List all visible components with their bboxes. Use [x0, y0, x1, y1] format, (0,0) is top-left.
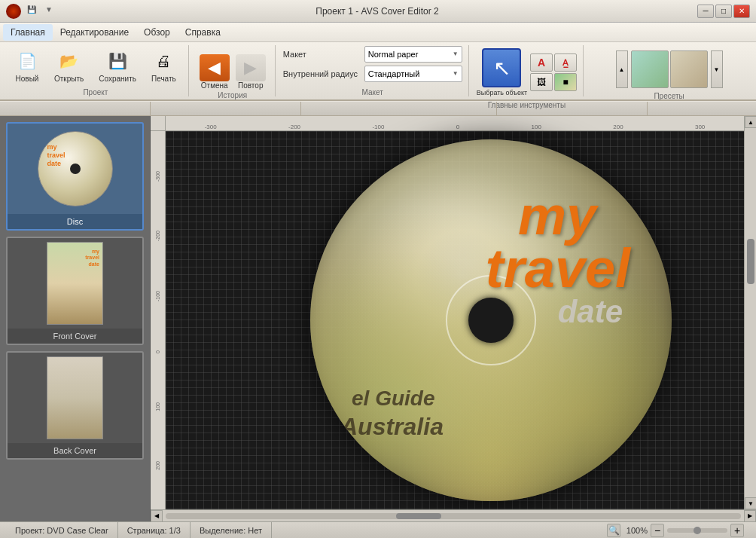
- panel-item-back-cover[interactable]: Back Cover: [6, 351, 144, 460]
- left-panel: mytraveldate Disc mytraveldate Front Cov…: [0, 116, 151, 521]
- image-tool-button2[interactable]: ■: [554, 73, 577, 91]
- quick-save-icon[interactable]: 💾: [27, 5, 39, 17]
- section-label-spacer: [0, 102, 151, 115]
- ruler-mark-0: 0: [456, 124, 459, 130]
- front-cover-thumbnail: mytraveldate: [47, 242, 103, 325]
- zoom-slider-thumb[interactable]: [694, 527, 701, 534]
- scroll-right-arrow[interactable]: ▶: [744, 510, 756, 522]
- save-button[interactable]: 💾 Сохранить: [93, 46, 142, 86]
- ruler-top: -300 -200 -100 0 100 200 300: [166, 116, 744, 131]
- ruler-mark-n200: -200: [288, 124, 300, 130]
- main-tools-buttons: ↖ Выбрать объект A A̲ 🖼 ■: [477, 48, 577, 96]
- small-tools-col: A A̲ 🖼 ■: [530, 53, 577, 91]
- disc-thumb-text: mytraveldate: [47, 143, 66, 167]
- panel-item-front-cover[interactable]: mytraveldate Front Cover: [6, 237, 144, 345]
- maximize-button[interactable]: □: [715, 5, 732, 18]
- menu-item-edit[interactable]: Редактирование: [53, 24, 136, 41]
- panel-item-disc[interactable]: mytraveldate Disc: [6, 122, 144, 231]
- canvas-wrapper: -300 -200 -100 0 100 200 300 -300 -200 -…: [151, 116, 756, 521]
- zoom-plus-button[interactable]: +: [730, 524, 744, 537]
- toolbar-history-section: ◀ ▶ Отмена Повтор История: [191, 45, 276, 96]
- status-project: Проект: DVD Case Clear: [6, 522, 118, 538]
- ruler-mark-200: 200: [613, 124, 623, 130]
- radius-dropdown-arrow: ▼: [453, 70, 459, 77]
- text-tool-button2[interactable]: A̲: [554, 53, 577, 72]
- h-scrollbar-thumb[interactable]: [396, 513, 441, 519]
- image-tool-button[interactable]: 🖼: [530, 73, 553, 91]
- back-cover-thumbnail: [47, 356, 103, 439]
- open-label: Открыть: [54, 75, 84, 83]
- menu-item-review[interactable]: Обзор: [136, 24, 178, 41]
- open-button[interactable]: 📂 Открыть: [48, 46, 90, 86]
- text-tool-button[interactable]: A: [530, 53, 553, 72]
- redo-button[interactable]: ▶: [236, 54, 266, 81]
- redo-label: Повтор: [236, 81, 266, 90]
- v-scrollbar-track: [745, 128, 756, 497]
- zoom-percent: 100%: [623, 526, 648, 535]
- status-zoom-area: 🔍 100% − +: [601, 524, 750, 537]
- menu-bar: Главная Редактирование Обзор Справка: [0, 23, 756, 42]
- save-label: Сохранить: [99, 75, 136, 83]
- section-divider: [0, 101, 756, 116]
- layout-select[interactable]: Normal paper ▼: [364, 46, 462, 63]
- toolbar-main-tools-section: ↖ Выбрать объект A A̲ 🖼 ■ Главные инстру…: [471, 45, 584, 96]
- scroll-up-arrow[interactable]: ▲: [745, 116, 756, 128]
- ruler-left-100: 100: [155, 402, 160, 411]
- horizontal-scrollbar[interactable]: ◀ ▶: [151, 509, 756, 521]
- new-button[interactable]: 📄 Новый: [9, 46, 45, 86]
- project-section-label: Проект: [83, 87, 108, 96]
- radius-select[interactable]: Стандартный ▼: [364, 66, 462, 82]
- toolbar-presets-section: ▲ ▼ Пресеты: [585, 45, 753, 96]
- scroll-down-arrow[interactable]: ▼: [745, 497, 756, 509]
- zoom-minus-button[interactable]: −: [651, 524, 664, 537]
- preset-item-2[interactable]: [670, 50, 708, 88]
- canvas-grid: my travel date el Guide Australia: [166, 131, 744, 509]
- undo-label: Отмена: [200, 81, 230, 90]
- presets-scroll-area: ▲ ▼: [616, 48, 723, 90]
- scroll-left-arrow[interactable]: ◀: [151, 510, 163, 522]
- minimize-button[interactable]: ─: [697, 5, 714, 18]
- ruler-mark-100: 100: [532, 124, 541, 130]
- menu-icon[interactable]: ▼: [45, 5, 57, 17]
- disc-thumbnail: mytraveldate: [38, 131, 113, 206]
- presets-section-label: Пресеты: [654, 90, 684, 100]
- layout-label: Макет: [283, 50, 358, 59]
- text-tools-row: A A̲: [530, 53, 577, 72]
- select-object-button[interactable]: ↖: [482, 48, 521, 87]
- ruler-mark-n300: -300: [205, 124, 217, 130]
- print-button[interactable]: 🖨 Печать: [145, 46, 182, 86]
- image-tools-row: 🖼 ■: [530, 73, 577, 91]
- ruler-left-n200: -200: [155, 231, 160, 241]
- section-label-blank: [151, 102, 301, 115]
- vertical-scrollbar[interactable]: ▲ ▼: [744, 116, 756, 509]
- presets-row1: [631, 50, 708, 88]
- toolbar-maket-section: Макет Normal paper ▼ Внутренний радиус С…: [277, 45, 469, 96]
- open-icon: 📂: [57, 49, 81, 73]
- canvas-area[interactable]: -300 -200 -100 0 100 200 300 -300 -200 -…: [151, 116, 744, 509]
- section-label-maket2: [301, 102, 497, 115]
- print-label: Печать: [151, 75, 176, 83]
- close-button[interactable]: ✕: [733, 5, 750, 18]
- disc-text-date: date: [558, 294, 623, 330]
- menu-item-help[interactable]: Справка: [178, 24, 228, 41]
- menu-item-home[interactable]: Главная: [3, 24, 53, 41]
- ruler-left: -300 -200 -100 0 100 200: [151, 131, 166, 509]
- title-bar: 💾 ▼ Проект 1 - AVS Cover Editor 2 ─ □ ✕: [0, 0, 756, 23]
- v-scrollbar-thumb[interactable]: [747, 239, 754, 284]
- zoom-slider[interactable]: [667, 528, 727, 533]
- presets-scroll-down[interactable]: ▼: [711, 50, 723, 88]
- section-label-tools2: [497, 102, 648, 115]
- window-title: Проект 1 - AVS Cover Editor 2: [57, 6, 697, 17]
- status-page: Страница: 1/3: [118, 522, 191, 538]
- preset-item-1[interactable]: [631, 50, 669, 88]
- title-bar-left: 💾 ▼: [6, 4, 57, 19]
- undo-button[interactable]: ◀: [200, 54, 230, 81]
- presets-scroll-up[interactable]: ▲: [616, 50, 628, 88]
- canvas-disc[interactable]: my travel date el Guide Australia: [310, 139, 672, 501]
- disc-label: Disc: [8, 214, 142, 229]
- back-cover-label: Back Cover: [8, 443, 142, 458]
- zoom-search-button[interactable]: 🔍: [607, 524, 620, 537]
- presets-grid: [631, 48, 708, 90]
- toolbar-project-section: 📄 Новый 📂 Открыть 💾 Сохранить 🖨 Печать П…: [3, 45, 189, 96]
- history-arrows: ◀ ▶: [200, 54, 266, 81]
